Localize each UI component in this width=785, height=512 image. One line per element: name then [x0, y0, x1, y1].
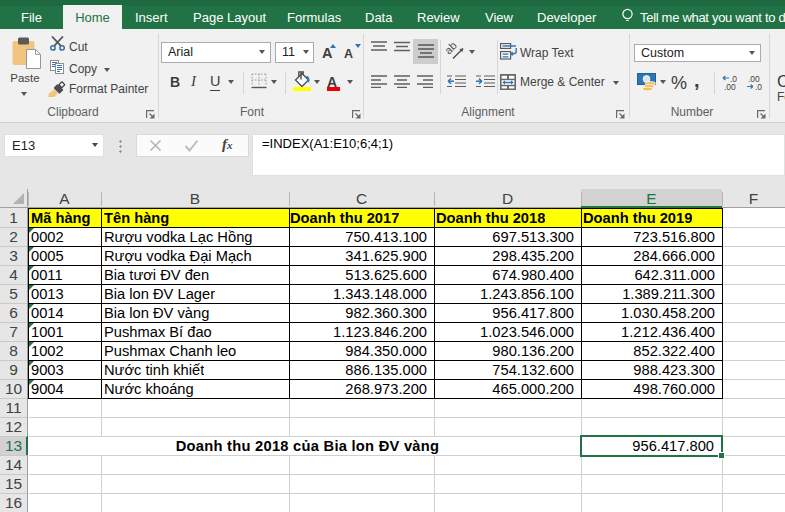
svg-text:.00: .00 [724, 82, 736, 91]
svg-text:.0: .0 [755, 82, 762, 91]
